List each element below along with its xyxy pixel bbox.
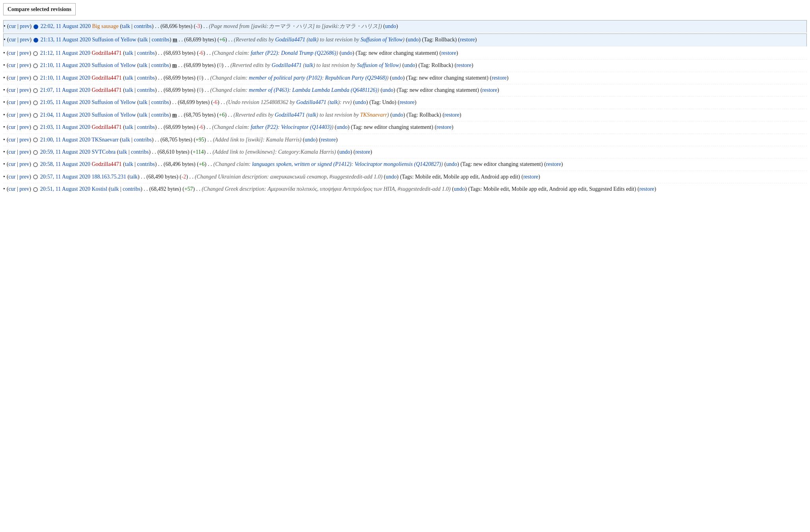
contribs-link[interactable]: contribs — [151, 99, 169, 105]
undo-link[interactable]: undo — [392, 112, 403, 118]
restore-link[interactable]: restore — [639, 186, 654, 192]
timestamp-link[interactable]: 20:59, 11 August 2020 — [40, 149, 90, 155]
restore-link[interactable]: restore — [460, 37, 475, 43]
prev-link[interactable]: prev — [19, 149, 29, 155]
timestamp-link[interactable]: 22:02, 11 August 2020 — [41, 23, 91, 29]
talk-link[interactable]: talk — [139, 112, 147, 118]
cur-link[interactable]: cur — [9, 137, 16, 143]
radio-button-empty[interactable] — [33, 51, 38, 56]
radio-button-empty[interactable] — [33, 100, 38, 105]
undo-link[interactable]: undo — [454, 186, 465, 192]
undo-link[interactable]: undo — [355, 99, 366, 105]
talk-link[interactable]: talk — [125, 161, 133, 167]
contribs-link[interactable]: contribs — [131, 149, 149, 155]
undo-link[interactable]: undo — [386, 174, 397, 180]
cur-link[interactable]: cur — [9, 161, 16, 167]
user-link[interactable]: 188.163.75.231 — [91, 174, 126, 180]
radio-button-empty[interactable] — [33, 150, 38, 155]
value-link[interactable]: Velociraptor mongoliensis (Q1420827) — [355, 161, 441, 167]
talk-link[interactable]: talk — [122, 23, 130, 29]
prev-link[interactable]: prev — [19, 174, 29, 180]
user-ref-link[interactable]: Suffusion of Yellow — [357, 62, 399, 68]
timestamp-link[interactable]: 21:03, 11 August 2020 — [40, 124, 90, 130]
restore-link[interactable]: restore — [441, 50, 456, 56]
timestamp-link[interactable]: 21:10, 11 August 2020 — [40, 62, 90, 68]
talk-link[interactable]: talk — [110, 186, 119, 192]
claim-link[interactable]: father (P22) — [251, 124, 278, 130]
user-link[interactable]: Godzilla4471 — [91, 75, 121, 81]
radio-button-empty[interactable] — [33, 175, 38, 179]
radio-button-empty[interactable] — [33, 88, 38, 93]
user-ref-link[interactable]: Godzilla4471 — [275, 112, 305, 118]
prev-link[interactable]: prev — [19, 161, 29, 167]
contribs-link[interactable]: contribs — [152, 37, 170, 43]
contribs-link[interactable]: contribs — [134, 23, 152, 29]
prev-link[interactable]: prev — [20, 37, 30, 43]
user-ref-link[interactable]: Suffusion of Yellow — [360, 37, 403, 43]
comment-talk-link[interactable]: talk — [308, 112, 316, 118]
talk-link[interactable]: talk — [125, 75, 133, 81]
contribs-link[interactable]: contribs — [123, 186, 140, 192]
radio-button-empty[interactable] — [33, 187, 38, 192]
prev-link[interactable]: prev — [19, 75, 29, 81]
cur-link[interactable]: cur — [9, 174, 16, 180]
undo-link[interactable]: undo — [339, 149, 350, 155]
restore-link[interactable]: restore — [355, 149, 370, 155]
restore-link[interactable]: restore — [523, 174, 538, 180]
radio-button-empty[interactable] — [33, 76, 38, 80]
undo-link[interactable]: undo — [305, 137, 316, 143]
restore-link[interactable]: restore — [321, 137, 336, 143]
timestamp-link[interactable]: 21:04, 11 August 2020 — [40, 112, 90, 118]
claim-link[interactable]: member of political party (P102) — [249, 75, 322, 81]
comment-talk-link[interactable]: talk — [308, 37, 317, 43]
cur-link[interactable]: cur — [9, 62, 16, 68]
contribs-link[interactable]: contribs — [134, 137, 152, 143]
timestamp-link[interactable]: 20:51, 11 August 2020 — [40, 186, 90, 192]
user-link[interactable]: Suffusion of Yellow — [91, 112, 136, 118]
cur-link[interactable]: cur — [9, 99, 16, 105]
timestamp-link[interactable]: 21:12, 11 August 2020 — [40, 50, 90, 56]
user-link[interactable]: Big sausage — [92, 23, 118, 29]
prev-link[interactable]: prev — [19, 112, 29, 118]
undo-link[interactable]: undo — [446, 161, 457, 167]
user-link[interactable]: TKSnaevarr — [91, 137, 118, 143]
prev-link[interactable]: prev — [19, 137, 29, 143]
talk-link[interactable]: talk — [119, 149, 127, 155]
prev-link[interactable]: prev — [19, 50, 29, 56]
prev-link[interactable]: prev — [19, 124, 29, 130]
undo-link[interactable]: undo — [337, 124, 348, 130]
radio-button-empty[interactable] — [33, 113, 38, 118]
value-link[interactable]: Republican Party (Q29468) — [325, 75, 386, 81]
cur-link[interactable]: cur — [9, 37, 16, 43]
undo-link[interactable]: undo — [342, 50, 353, 56]
user-link[interactable]: Godzilla4471 — [91, 161, 121, 167]
user-ref-link[interactable]: TKSnaevarr — [360, 112, 387, 118]
contribs-link[interactable]: contribs — [137, 161, 155, 167]
restore-link[interactable]: restore — [437, 124, 452, 130]
talk-link[interactable]: talk — [129, 174, 138, 180]
contribs-link[interactable]: contribs — [137, 124, 155, 130]
contribs-link[interactable]: contribs — [137, 50, 155, 56]
undo-link[interactable]: undo — [383, 87, 394, 93]
prev-link[interactable]: prev — [20, 23, 30, 29]
user-link[interactable]: Kostisl — [91, 186, 107, 192]
timestamp-link[interactable]: 21:10, 11 August 2020 — [40, 75, 90, 81]
radio-button-empty[interactable] — [33, 125, 38, 130]
value-link[interactable]: Donald Trump (Q22686) — [281, 50, 336, 56]
timestamp-link[interactable]: 21:05, 11 August 2020 — [40, 99, 90, 105]
timestamp-link[interactable]: 20:58, 11 August 2020 — [40, 161, 90, 167]
contribs-link[interactable]: contribs — [137, 75, 155, 81]
talk-link[interactable]: talk — [140, 37, 148, 43]
undo-link[interactable]: undo — [408, 37, 419, 43]
timestamp-link[interactable]: 20:57, 11 August 2020 — [40, 174, 90, 180]
radio-button-empty[interactable] — [33, 63, 38, 68]
claim-link[interactable]: languages spoken, written or signed (P14… — [252, 161, 351, 167]
cur-link[interactable]: cur — [9, 23, 16, 29]
prev-link[interactable]: prev — [19, 99, 29, 105]
cur-link[interactable]: cur — [9, 186, 16, 192]
comment-talk-link[interactable]: talk — [330, 99, 338, 105]
user-link[interactable]: Suffusion of Yellow — [91, 99, 136, 105]
talk-link[interactable]: talk — [125, 124, 133, 130]
user-ref-link[interactable]: Godzilla4471 — [296, 99, 326, 105]
user-link[interactable]: Suffusion of Yellow — [92, 37, 136, 43]
